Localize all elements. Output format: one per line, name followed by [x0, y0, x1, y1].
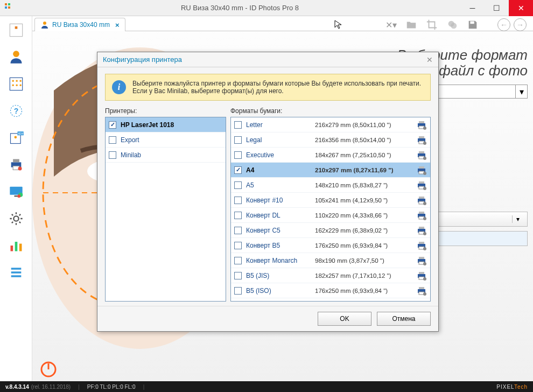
printer-row[interactable]: HP LaserJet 1018	[106, 117, 226, 132]
gallery-icon[interactable]	[8, 75, 25, 93]
checkbox[interactable]	[234, 181, 242, 189]
crop-icon[interactable]	[425, 18, 438, 31]
svg-rect-86	[419, 257, 424, 259]
paper-row[interactable]: Конверт B5176x250 mm (6,93x9,84 ")	[231, 238, 430, 253]
brand-label: PIXELTech	[496, 384, 528, 390]
printer-name: HP LaserJet 1018	[121, 121, 174, 129]
svg-point-35	[43, 22, 46, 25]
printers-listbox[interactable]: HP LaserJet 1018ExportMinilab	[105, 117, 226, 302]
color-icon[interactable]	[446, 18, 459, 31]
app-icon	[4, 3, 15, 13]
paper-row[interactable]: Конверт Monarch98x190 mm (3,87x7,50 ")	[231, 253, 430, 268]
checkbox[interactable]	[234, 242, 242, 249]
paper-row[interactable]: Конверт #10105x241 mm (4,12x9,50 ")	[231, 193, 430, 208]
save-icon[interactable]	[466, 18, 479, 31]
paper-row[interactable]: Конверт C5162x229 mm (6,38x9,02 ")	[231, 223, 430, 238]
close-button[interactable]: ✕	[509, 0, 533, 16]
checkbox[interactable]	[234, 272, 242, 279]
svg-rect-70	[419, 197, 424, 199]
paper-dimensions: 176x250 mm (6,93x9,84 ")	[315, 242, 412, 249]
checkbox[interactable]	[234, 257, 242, 264]
svg-point-37	[451, 23, 457, 29]
svg-rect-66	[419, 181, 424, 184]
papers-listbox[interactable]: Letter216x279 mm (8,50x11,00 ")Legal216x…	[230, 117, 431, 302]
checkbox[interactable]	[234, 227, 242, 234]
printer-settings-icon[interactable]	[416, 240, 427, 251]
svg-rect-54	[419, 136, 424, 138]
power-button[interactable]	[40, 361, 57, 378]
minimize-button[interactable]: ─	[460, 0, 485, 16]
svg-rect-78	[419, 227, 424, 229]
printer-settings-icon[interactable]	[416, 150, 427, 160]
cancel-button[interactable]: Отмена	[377, 312, 431, 326]
svg-point-17	[14, 136, 17, 139]
paper-row[interactable]: Конверт DL110x220 mm (4,33x8,66 ")	[231, 208, 430, 223]
svg-rect-3	[8, 6, 10, 9]
paper-row[interactable]: Legal216x356 mm (8,50x14,00 ")	[231, 132, 430, 148]
printer-settings-icon[interactable]	[416, 180, 427, 191]
svg-rect-30	[15, 242, 17, 251]
dialog-titlebar: Конфигурация принтера ✕	[97, 52, 438, 67]
checkbox[interactable]	[109, 121, 116, 129]
printer-settings-icon[interactable]	[416, 165, 427, 176]
folder-icon[interactable]	[405, 18, 418, 31]
ok-button[interactable]: OK	[318, 312, 371, 326]
printer-row[interactable]: Minilab	[106, 148, 226, 163]
svg-rect-94	[419, 287, 424, 289]
paper-row[interactable]: A5148x210 mm (5,83x8,27 ")	[231, 178, 430, 193]
tab-person-icon	[40, 20, 49, 29]
printer-settings-icon[interactable]	[416, 225, 427, 236]
paper-row[interactable]: Letter216x279 mm (8,50x11,00 ")	[231, 117, 430, 132]
printer-settings-icon[interactable]	[416, 255, 427, 266]
secondary-button[interactable]	[427, 231, 528, 246]
svg-point-28	[13, 216, 18, 221]
svg-rect-38	[470, 22, 474, 24]
help-icon[interactable]: ?	[8, 102, 25, 120]
list-icon[interactable]	[8, 264, 25, 281]
nav-forward-button[interactable]: →	[514, 18, 527, 31]
close-all-icon[interactable]: ✕▾	[384, 18, 397, 31]
checkbox[interactable]	[234, 151, 242, 159]
printer-settings-icon[interactable]	[416, 210, 427, 221]
svg-rect-31	[19, 244, 22, 251]
paper-dimensions: 162x229 mm (6,38x9,02 ")	[315, 227, 412, 234]
checkbox[interactable]	[234, 121, 242, 129]
print-icon[interactable]	[8, 156, 25, 173]
dialog-close-icon[interactable]: ✕	[426, 55, 433, 64]
checkbox[interactable]	[234, 166, 242, 174]
svg-point-76	[423, 217, 426, 220]
checkbox[interactable]	[109, 151, 116, 159]
dialog-info-banner: i Выберите пожалуйста принтер и форматы …	[105, 74, 431, 101]
monitor-icon[interactable]	[8, 183, 25, 200]
svg-rect-1	[8, 3, 10, 5]
gear-icon[interactable]	[8, 210, 25, 227]
svg-point-84	[423, 247, 426, 250]
checkbox[interactable]	[109, 136, 116, 144]
paper-row[interactable]: B5 (ISO)176x250 mm (6,93x9,84 ")	[231, 283, 430, 298]
new-photo-icon[interactable]: NEW	[8, 129, 25, 146]
chart-icon[interactable]	[8, 237, 25, 254]
printer-settings-icon[interactable]	[416, 120, 427, 130]
paper-row[interactable]: A4210x297 mm (8,27x11,69 ")	[231, 163, 430, 178]
printer-settings-icon[interactable]	[416, 135, 427, 145]
printer-row[interactable]: Export	[106, 132, 226, 148]
person-icon[interactable]	[8, 48, 25, 66]
printer-settings-icon[interactable]	[416, 285, 427, 296]
printer-settings-icon[interactable]	[416, 195, 427, 206]
grid-icon[interactable]	[8, 22, 25, 39]
checkbox[interactable]	[234, 136, 242, 144]
paper-row[interactable]: Executive184x267 mm (7,25x10,50 ")	[231, 148, 430, 163]
document-tab[interactable]: RU Виза 30x40 mm ×	[34, 18, 125, 31]
tab-close-icon[interactable]: ×	[115, 21, 120, 29]
svg-rect-0	[5, 3, 7, 5]
printer-settings-icon[interactable]	[416, 270, 427, 281]
maximize-button[interactable]: ☐	[485, 0, 509, 16]
checkbox[interactable]	[234, 287, 242, 295]
paper-name: A4	[246, 166, 311, 174]
checkbox[interactable]	[234, 212, 242, 219]
printers-label: Принтеры:	[105, 107, 226, 115]
checkbox[interactable]	[234, 197, 242, 204]
window-title: RU Виза 30x40 mm - ID Photos Pro 8	[19, 4, 460, 12]
paper-row[interactable]: B5 (JIS)182x257 mm (7,17x10,12 ")	[231, 268, 430, 283]
nav-back-button[interactable]: ←	[497, 18, 510, 31]
